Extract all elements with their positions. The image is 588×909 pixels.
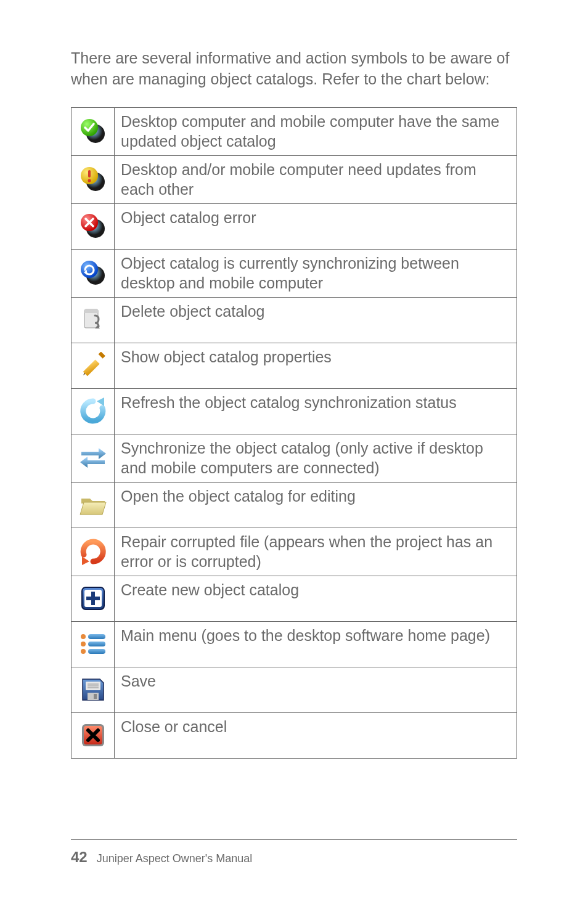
table-row: Synchronize the object catalog (only act… [71,434,517,482]
table-row: Open the object catalog for editing [71,482,517,528]
page-footer: 42 Juniper Aspect Owner's Manual [71,839,517,866]
svg-rect-24 [86,597,100,600]
save-floppy-icon [80,677,106,703]
desc-cell: Synchronize the object catalog (only act… [115,434,517,482]
svg-rect-36 [94,694,97,699]
svg-rect-26 [88,634,105,639]
svg-point-9 [81,261,98,278]
table-row: Main menu (goes to the desktop software … [71,621,517,667]
svg-rect-12 [84,309,98,313]
svg-rect-35 [88,693,99,700]
desc-cell: Save [115,667,517,712]
two-arrows-icon [79,446,107,470]
desc-cell: Desktop and/or mobile computer need upda… [115,155,517,203]
table-row: Save [71,667,517,712]
icon-cell [71,249,115,297]
sync-busy-icon [79,259,107,287]
desc-cell: Object catalog error [115,203,517,249]
icon-cell [71,203,115,249]
desc-cell: Create new object catalog [115,576,517,621]
symbols-table: Desktop computer and mobile computer hav… [71,107,517,759]
icon-cell [71,528,115,576]
svg-rect-4 [88,170,91,177]
table-row: Repair corrupted file (appears when the … [71,528,517,576]
svg-rect-30 [88,649,105,654]
desc-cell: Delete object catalog [115,297,517,343]
desc-cell: Show object catalog properties [115,343,517,388]
undo-red-icon [80,538,107,565]
icon-cell [71,434,115,482]
icon-cell [71,107,115,155]
svg-point-27 [81,642,86,646]
icon-cell [71,155,115,203]
desc-cell: Close or cancel [115,712,517,758]
icon-cell [71,482,115,528]
desc-cell: Open the object catalog for editing [115,482,517,528]
refresh-icon [80,397,107,425]
table-row: Refresh the object catalog synchronizati… [71,388,517,434]
manual-title: Juniper Aspect Owner's Manual [97,852,253,865]
plus-box-icon [80,585,106,611]
delete-icon [80,307,106,333]
svg-rect-15 [83,359,99,376]
close-box-icon [80,722,106,748]
desc-cell: Repair corrupted file (appears when the … [115,528,517,576]
sync-ok-icon [79,117,107,145]
table-row: Desktop and/or mobile computer need upda… [71,155,517,203]
document-page: There are several informative and action… [0,0,588,759]
icon-cell [71,576,115,621]
svg-point-25 [81,634,86,639]
menu-list-icon [80,633,107,655]
pencil-icon [80,352,107,379]
desc-cell: Refresh the object catalog synchronizati… [115,388,517,434]
svg-point-29 [81,649,86,654]
svg-marker-18 [81,448,106,459]
table-row: Close or cancel [71,712,517,758]
svg-rect-28 [88,642,105,646]
desc-cell: Object catalog is currently synchronizin… [115,249,517,297]
folder-icon [79,492,107,517]
table-row: Create new object catalog [71,576,517,621]
table-row: Delete object catalog [71,297,517,343]
table-row: Show object catalog properties [71,343,517,388]
table-row: Object catalog error [71,203,517,249]
table-row: Desktop computer and mobile computer hav… [71,107,517,155]
table-row: Object catalog is currently synchronizin… [71,249,517,297]
svg-rect-16 [98,352,105,359]
svg-marker-20 [82,556,89,565]
intro-paragraph: There are several informative and action… [71,48,517,90]
icon-cell [71,343,115,388]
sync-error-icon [79,212,107,240]
icon-cell [71,667,115,712]
icon-cell [71,297,115,343]
desc-cell: Main menu (goes to the desktop software … [115,621,517,667]
svg-point-5 [88,179,91,182]
icon-cell [71,712,115,758]
icon-cell [71,388,115,434]
sync-warn-icon [79,165,107,194]
svg-marker-19 [80,457,105,468]
svg-marker-17 [97,397,104,406]
icon-cell [71,621,115,667]
page-number: 42 [71,849,88,865]
desc-cell: Desktop computer and mobile computer hav… [115,107,517,155]
